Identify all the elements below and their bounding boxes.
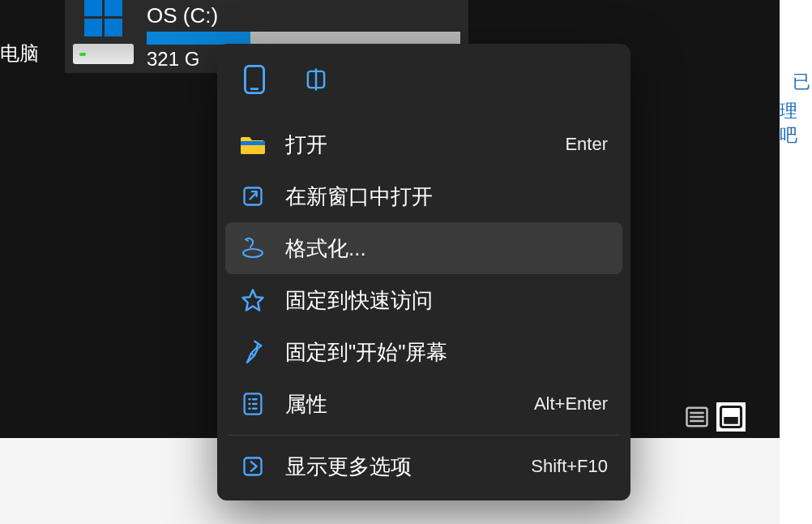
menu-item-shortcut: Alt+Enter [534, 393, 608, 414]
right-panel: 已 理吧 [780, 0, 812, 524]
layout-button-1[interactable] [240, 65, 269, 94]
list-icon [685, 405, 709, 429]
details-icon [719, 405, 743, 429]
menu-item-format[interactable]: 格式化... [225, 222, 622, 274]
drive-usage-bar [147, 32, 460, 45]
list-view-button[interactable] [682, 402, 712, 432]
svg-rect-11 [241, 141, 265, 145]
properties-icon [240, 391, 266, 417]
menu-separator [229, 435, 619, 436]
svg-rect-5 [724, 417, 738, 424]
context-menu-header [225, 52, 622, 118]
menu-item-pin-start[interactable]: 固定到"开始"屏幕 [225, 326, 622, 378]
menu-item-open[interactable]: 打开 Enter [225, 118, 622, 170]
drive-name: OS (C:) [147, 3, 460, 28]
menu-item-pin-quick-access[interactable]: 固定到快速访问 [225, 274, 622, 326]
layout-button-2[interactable] [301, 65, 331, 94]
context-menu: 打开 Enter 在新窗口中打开 格式化... 固定到快速访问 固定到"开始"屏… [217, 44, 630, 500]
star-icon [240, 287, 266, 313]
svg-rect-22 [245, 458, 262, 475]
menu-item-label: 在新窗口中打开 [285, 183, 608, 211]
drive-usage-fill [147, 32, 250, 45]
drive-icon [73, 6, 134, 67]
more-options-icon [240, 453, 266, 479]
menu-item-label: 打开 [285, 131, 545, 159]
menu-item-open-new-window[interactable]: 在新窗口中打开 [225, 170, 622, 222]
menu-item-label: 格式化... [285, 234, 608, 263]
right-link-1[interactable]: 已 [793, 70, 810, 94]
menu-item-label: 属性 [285, 390, 515, 419]
tablet-icon [241, 65, 267, 94]
menu-item-properties[interactable]: 属性 Alt+Enter [225, 378, 622, 430]
open-external-icon [240, 183, 266, 209]
format-icon [240, 235, 266, 261]
svg-point-13 [243, 249, 263, 257]
menu-item-show-more[interactable]: 显示更多选项 Shift+F10 [225, 440, 622, 492]
folder-icon [240, 131, 266, 157]
sidebar-item-computer[interactable]: 电脑 [0, 41, 39, 67]
menu-item-label: 固定到"开始"屏幕 [285, 338, 608, 367]
menu-item-label: 固定到快速访问 [285, 286, 608, 315]
right-link-2[interactable]: 理吧 [780, 99, 810, 148]
svg-marker-14 [243, 290, 263, 311]
pin-icon [240, 339, 266, 365]
menu-item-shortcut: Shift+F10 [531, 456, 608, 477]
details-view-button[interactable] [716, 402, 746, 432]
menu-item-label: 显示更多选项 [285, 453, 511, 481]
menu-item-shortcut: Enter [565, 134, 608, 155]
split-icon [301, 67, 331, 92]
view-toggle [682, 402, 746, 432]
